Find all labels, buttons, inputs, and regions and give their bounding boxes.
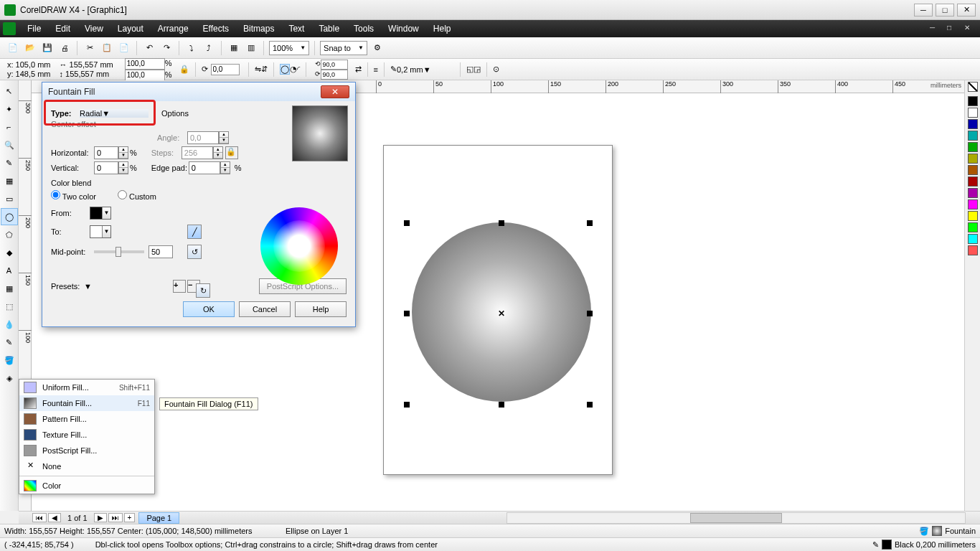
- zoom-combo[interactable]: 100%▼: [269, 41, 309, 55]
- crop-tool[interactable]: ⌐: [1, 118, 18, 136]
- flyout-item-1[interactable]: Fountain Fill...F11: [19, 395, 154, 411]
- flyout-item-4[interactable]: PostScript Fill...: [19, 443, 154, 458]
- color-swatch[interactable]: [968, 96, 978, 106]
- export-button[interactable]: ⤴: [201, 40, 217, 56]
- menu-effects[interactable]: Effects: [196, 24, 236, 34]
- paste-button[interactable]: 📄: [116, 40, 132, 56]
- horizontal-scrollbar[interactable]: [507, 512, 966, 524]
- vertical-spin[interactable]: ▲▼: [118, 161, 128, 174]
- cw-blend-icon[interactable]: ↻: [196, 283, 210, 298]
- cut-button[interactable]: ✂: [82, 40, 98, 56]
- selection-center[interactable]: ✕: [498, 309, 505, 319]
- ellipse-tool-icon[interactable]: ◯: [280, 64, 290, 75]
- save-button[interactable]: 💾: [39, 40, 55, 56]
- import-button[interactable]: ⤵: [184, 40, 199, 56]
- app-launcher[interactable]: ▦: [226, 40, 242, 56]
- menu-bitmaps[interactable]: Bitmaps: [236, 24, 281, 34]
- freehand-tool[interactable]: ✎: [1, 154, 18, 171]
- interactive-tool[interactable]: ⬚: [1, 298, 18, 315]
- mdi-close[interactable]: ✕: [964, 24, 977, 34]
- flyout-item-0[interactable]: Uniform Fill...Shift+F11: [19, 380, 154, 395]
- page-tab[interactable]: Page 1: [138, 512, 179, 524]
- first-page[interactable]: ⏮: [32, 513, 47, 522]
- handle-tl[interactable]: [404, 220, 410, 226]
- edgepad-spin[interactable]: ▲▼: [220, 161, 230, 174]
- color-swatch[interactable]: [968, 154, 978, 164]
- mirror-h[interactable]: ⇋: [255, 65, 261, 74]
- two-color-radio[interactable]: Two color: [51, 190, 96, 201]
- midpoint-field[interactable]: [149, 245, 173, 258]
- menu-table[interactable]: Table: [311, 24, 347, 34]
- outline-width[interactable]: 0,2 mm▼: [397, 65, 454, 74]
- color-swatch[interactable]: [968, 211, 978, 221]
- preset-add[interactable]: +: [173, 280, 186, 293]
- menu-view[interactable]: View: [77, 24, 110, 34]
- color-swatch[interactable]: [968, 176, 978, 187]
- steps-field[interactable]: [182, 146, 213, 159]
- steps-spin[interactable]: ▲▼: [213, 146, 223, 159]
- to-front[interactable]: ◱: [466, 65, 473, 74]
- pick-tool[interactable]: ↖: [1, 83, 18, 100]
- from-color[interactable]: ▼: [90, 207, 111, 220]
- steps-lock[interactable]: 🔒: [225, 146, 238, 159]
- open-button[interactable]: 📂: [22, 40, 38, 56]
- menu-window[interactable]: Window: [381, 24, 426, 34]
- fill-swatch[interactable]: [932, 526, 942, 536]
- redo-button[interactable]: ↷: [159, 40, 174, 56]
- start-angle[interactable]: [321, 60, 348, 70]
- color-swatch[interactable]: [968, 131, 978, 141]
- minimize-button[interactable]: ─: [914, 4, 933, 17]
- welcome-button[interactable]: ▥: [243, 40, 259, 56]
- menu-tools[interactable]: Tools: [347, 24, 381, 34]
- color-swatch[interactable]: [968, 188, 978, 198]
- horizontal-field[interactable]: [94, 146, 118, 159]
- custom-radio[interactable]: Custom: [118, 190, 156, 201]
- flyout-item-2[interactable]: Pattern Fill...: [19, 411, 154, 427]
- wrap-text[interactable]: ≡: [374, 65, 378, 74]
- menu-arrange[interactable]: Arrange: [151, 24, 196, 34]
- zoom-tool[interactable]: 🔍: [1, 136, 18, 154]
- dialog-close-button[interactable]: ✕: [321, 85, 349, 98]
- ok-button[interactable]: OK: [183, 301, 235, 317]
- scale-y[interactable]: [125, 70, 165, 81]
- lock-ratio[interactable]: 🔒: [179, 65, 189, 74]
- angle-spin[interactable]: ▲▼: [219, 131, 229, 144]
- to-back[interactable]: ◲: [473, 65, 481, 74]
- dialog-titlebar[interactable]: Fountain Fill ✕: [42, 83, 355, 101]
- smart-fill-tool[interactable]: ▦: [1, 172, 18, 189]
- undo-button[interactable]: ↶: [141, 40, 157, 56]
- handle-bl[interactable]: [404, 402, 410, 408]
- to-color[interactable]: ▼: [90, 225, 111, 238]
- shape-tool[interactable]: ✦: [1, 100, 18, 118]
- color-swatch[interactable]: [968, 222, 978, 232]
- help-button[interactable]: Help: [295, 301, 347, 317]
- prev-page[interactable]: ◀: [48, 513, 61, 522]
- no-color-swatch[interactable]: [968, 82, 978, 92]
- direction-toggle[interactable]: ⇄: [355, 65, 362, 74]
- menu-layout[interactable]: Layout: [110, 24, 151, 34]
- snap-combo[interactable]: Snap to▼: [320, 41, 367, 55]
- ccw-blend-icon[interactable]: ↺: [187, 245, 202, 259]
- presets-combo[interactable]: ▼: [84, 282, 170, 291]
- close-button[interactable]: ✕: [957, 4, 976, 17]
- arc-tool-icon[interactable]: ◜: [297, 65, 300, 74]
- horizontal-spin[interactable]: ▲▼: [118, 146, 128, 159]
- options-button[interactable]: ⚙: [369, 40, 385, 56]
- handle-mr[interactable]: [587, 311, 593, 316]
- basic-shapes-tool[interactable]: ◆: [1, 244, 18, 261]
- color-swatch[interactable]: [968, 119, 978, 129]
- next-page[interactable]: ▶: [94, 513, 107, 522]
- vertical-field[interactable]: [94, 161, 118, 174]
- color-swatch[interactable]: [968, 142, 978, 152]
- copy-button[interactable]: 📋: [99, 40, 115, 56]
- rotation-field[interactable]: [211, 64, 240, 75]
- interactive-fill-tool[interactable]: ◈: [1, 369, 18, 387]
- color-swatch[interactable]: [968, 199, 978, 209]
- last-page[interactable]: ⏭: [108, 513, 123, 522]
- handle-br[interactable]: [587, 402, 593, 408]
- menu-help[interactable]: Help: [426, 24, 458, 34]
- midpoint-slider[interactable]: [94, 250, 144, 253]
- outline-tool[interactable]: ✎: [1, 334, 18, 351]
- flyout-item-color[interactable]: Color: [19, 478, 154, 494]
- add-page[interactable]: +: [124, 513, 136, 522]
